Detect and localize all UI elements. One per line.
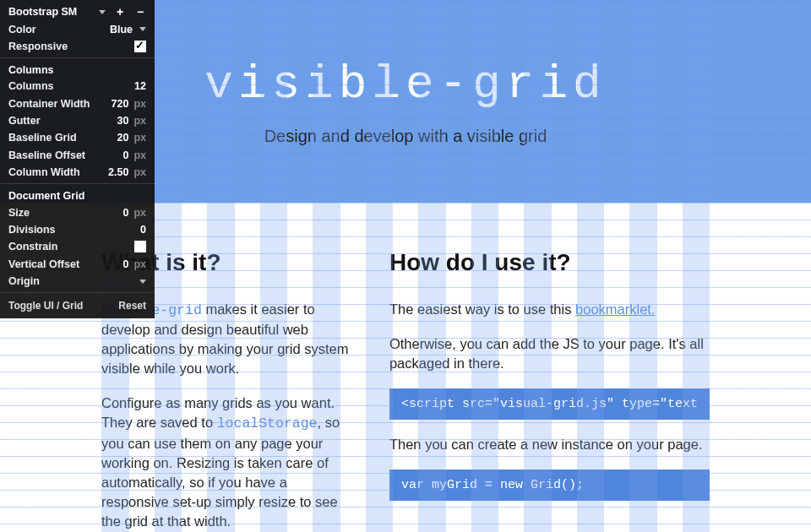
column-width-value: 2.50	[108, 166, 128, 178]
preset-label: Bootstrap SM	[8, 6, 77, 18]
page-subtitle: Design and develop with a visible grid	[264, 127, 547, 146]
how-use-column: How do I use it? The easiest way is to u…	[389, 249, 710, 532]
bookmarklet-link[interactable]: bookmarklet.	[575, 301, 655, 317]
reset-button[interactable]: Reset	[118, 300, 146, 312]
gutter-row[interactable]: Gutter 30px	[0, 112, 155, 129]
content: What is it? visible-grid makes it easier…	[101, 203, 710, 532]
columns-value: 12	[134, 80, 146, 92]
color-row[interactable]: Color Blue	[0, 20, 155, 37]
origin-row[interactable]: Origin	[0, 273, 155, 290]
container-width-row[interactable]: Container Width 720px	[0, 95, 155, 112]
color-value: Blue	[110, 24, 133, 35]
gutter-value: 30	[117, 115, 129, 127]
add-grid-button[interactable]: +	[114, 6, 126, 18]
code-localstorage: localStorage	[217, 415, 318, 432]
code-script-tag: <script src="visual-grid.js" type="text	[389, 388, 710, 420]
columns-section-header: Columns	[0, 61, 155, 78]
baseline-offset-value: 0	[122, 149, 128, 161]
vertical-offset-value: 0	[122, 258, 128, 270]
divisions-row[interactable]: Divisions 0	[0, 221, 155, 238]
column-width-row[interactable]: Column Width 2.50px	[0, 164, 155, 181]
chevron-down-icon	[99, 10, 106, 14]
responsive-row[interactable]: Responsive	[0, 38, 155, 55]
remove-grid-button[interactable]: −	[134, 6, 146, 18]
page-title: visible-grid	[204, 57, 606, 111]
baseline-grid-value: 20	[117, 132, 129, 144]
constrain-row[interactable]: Constrain	[0, 238, 155, 255]
columns-row[interactable]: Columns 12	[0, 78, 155, 95]
baseline-grid-row[interactable]: Baseline Grid 20px	[0, 129, 155, 146]
size-row[interactable]: Size 0px	[0, 204, 155, 220]
constrain-checkbox[interactable]	[134, 241, 146, 252]
responsive-checkbox[interactable]	[134, 41, 146, 52]
preset-row[interactable]: Bootstrap SM + −	[0, 3, 155, 20]
toggle-ui-grid-button[interactable]: Toggle UI / Grid	[8, 300, 83, 312]
how-paragraph-1: The easiest way is to use this bookmarkl…	[389, 300, 710, 319]
code-new-grid: var myGrid = new Grid();	[389, 470, 710, 501]
chevron-down-icon	[139, 280, 146, 284]
color-label: Color	[8, 24, 36, 35]
grid-settings-panel: Bootstrap SM + − Color Blue Responsive C…	[0, 0, 155, 318]
vertical-offset-row[interactable]: Vertical Offset 0px	[0, 256, 155, 273]
how-use-heading: How do I use it?	[389, 249, 710, 276]
size-value: 0	[122, 207, 128, 219]
what-paragraph-2: Configure as many grids as you want. The…	[101, 394, 356, 531]
how-paragraph-2: Otherwise, you can add the JS to your pa…	[389, 334, 710, 373]
responsive-label: Responsive	[8, 41, 68, 52]
how-paragraph-3: Then you can create a new instance on yo…	[389, 435, 710, 454]
chevron-down-icon	[139, 27, 146, 31]
container-width-value: 720	[112, 98, 129, 110]
divisions-value: 0	[140, 224, 146, 236]
document-grid-section-header: Document Grid	[0, 187, 155, 204]
baseline-offset-row[interactable]: Baseline Offset 0px	[0, 147, 155, 164]
